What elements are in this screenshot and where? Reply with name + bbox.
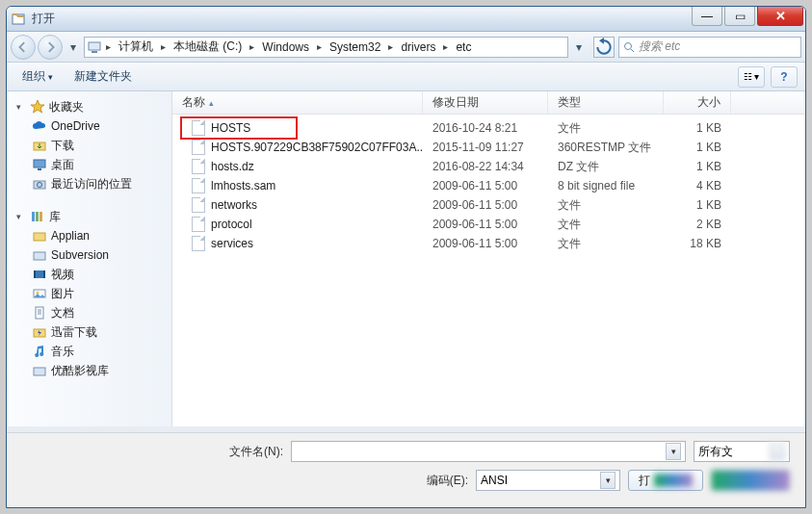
chevron-right-icon: ▸ — [104, 41, 113, 52]
sidebar: ▾ 收藏夹 OneDrive 下载 桌面 最近访问的位置 — [7, 91, 172, 426]
sidebar-favorites-header[interactable]: ▾ 收藏夹 — [7, 97, 171, 116]
chevron-down-icon[interactable]: ▾ — [600, 472, 616, 489]
svg-rect-2 — [92, 51, 97, 53]
sidebar-item-subversion[interactable]: Subversion — [7, 245, 171, 265]
sidebar-item-downloads[interactable]: 下载 — [7, 136, 171, 155]
sidebar-item-videos[interactable]: 视频 — [7, 265, 171, 284]
app-icon — [11, 12, 26, 27]
column-date[interactable]: 修改日期 — [423, 91, 548, 114]
svg-rect-5 — [34, 160, 45, 167]
file-icon — [192, 217, 205, 232]
svg-rect-19 — [36, 307, 43, 319]
search-icon — [623, 41, 635, 53]
svg-rect-11 — [39, 212, 42, 221]
svg-rect-21 — [34, 368, 45, 375]
breadcrumb-segment[interactable]: Windows — [256, 38, 315, 57]
column-name[interactable]: 名称▴ — [172, 91, 423, 114]
svg-rect-16 — [43, 270, 45, 278]
sidebar-item-recent[interactable]: 最近访问的位置 — [7, 174, 171, 193]
sidebar-item-applian[interactable]: Applian — [7, 226, 171, 245]
file-list-pane: 名称▴ 修改日期 类型 大小 HOSTS2016-10-24 8:21文件1 K… — [172, 91, 805, 426]
encoding-select[interactable]: ANSI▾ — [476, 470, 620, 491]
forward-button[interactable] — [38, 35, 63, 60]
svg-rect-12 — [34, 233, 45, 241]
file-rows: HOSTS2016-10-24 8:21文件1 KB HOSTS.907229C… — [172, 115, 805, 426]
folder-icon — [32, 228, 47, 244]
cloud-icon — [32, 118, 47, 134]
star-icon — [30, 99, 45, 115]
filetype-select[interactable]: 所有文 — [694, 441, 790, 462]
youku-icon — [32, 363, 47, 378]
svg-point-3 — [625, 42, 632, 49]
file-icon — [192, 178, 205, 193]
minimize-button[interactable]: — — [692, 7, 722, 26]
thunder-icon — [32, 324, 47, 340]
svg-rect-15 — [34, 270, 36, 278]
column-size[interactable]: 大小 — [664, 91, 731, 114]
breadcrumb-segment[interactable]: 计算机 — [113, 38, 159, 57]
refresh-button[interactable] — [593, 37, 615, 58]
svg-rect-10 — [36, 212, 39, 221]
file-row[interactable]: HOSTS.907229CB38F75902C07FF03A...2015-11… — [172, 138, 805, 157]
file-row[interactable]: networks2009-06-11 5:00文件1 KB — [172, 195, 805, 215]
download-icon — [32, 138, 47, 153]
navigation-row: ▾ ▸ 计算机▸ 本地磁盘 (C:)▸ Windows▸ System32▸ d… — [7, 32, 805, 63]
help-button[interactable]: ? — [771, 66, 798, 88]
organize-menu[interactable]: 组织 ▾ — [14, 65, 61, 88]
picture-icon — [32, 286, 47, 301]
svg-rect-9 — [32, 212, 35, 221]
file-icon — [192, 197, 205, 213]
breadcrumb[interactable]: ▸ 计算机▸ 本地磁盘 (C:)▸ Windows▸ System32▸ dri… — [84, 37, 568, 58]
maximize-button[interactable]: ▭ — [724, 7, 755, 26]
search-input[interactable]: 搜索 etc — [618, 37, 801, 58]
sidebar-item-onedrive[interactable]: OneDrive — [7, 116, 171, 136]
chevron-down-icon: ▾ — [16, 212, 26, 221]
filename-label: 文件名(N): — [229, 444, 283, 460]
breadcrumb-segment[interactable]: etc — [450, 38, 477, 57]
sidebar-libraries-header[interactable]: ▾ 库 — [7, 207, 171, 226]
view-options-button[interactable]: ☷ ▾ — [738, 66, 765, 88]
column-headers: 名称▴ 修改日期 类型 大小 — [172, 91, 805, 115]
svg-rect-1 — [89, 42, 100, 50]
chevron-down-icon: ▾ — [16, 102, 26, 112]
file-icon — [192, 159, 205, 174]
filename-input[interactable]: ▾ — [291, 441, 686, 462]
svg-rect-6 — [38, 168, 41, 170]
libraries-icon — [30, 209, 45, 224]
computer-icon — [87, 39, 102, 55]
search-placeholder: 搜索 etc — [639, 39, 680, 55]
open-dialog: 打开 — ▭ ✕ ▾ ▸ 计算机▸ 本地磁盘 (C:)▸ Windows▸ Sy… — [6, 6, 806, 508]
cancel-button[interactable] — [711, 470, 790, 491]
new-folder-button[interactable]: 新建文件夹 — [66, 65, 140, 88]
chevron-down-icon[interactable]: ▾ — [666, 443, 681, 460]
close-button[interactable]: ✕ — [757, 7, 803, 26]
open-button[interactable]: 打 — [628, 470, 703, 491]
breadcrumb-dropdown[interactable]: ▾ — [572, 35, 586, 60]
sidebar-item-desktop[interactable]: 桌面 — [7, 155, 171, 174]
file-row[interactable]: HOSTS2016-10-24 8:21文件1 KB — [172, 118, 805, 138]
breadcrumb-segment[interactable]: drivers — [395, 38, 441, 57]
sidebar-item-documents[interactable]: 文档 — [7, 303, 171, 322]
file-row[interactable]: services2009-06-11 5:00文件18 KB — [172, 234, 805, 253]
file-icon — [192, 140, 205, 155]
column-type[interactable]: 类型 — [548, 91, 664, 114]
document-icon — [32, 305, 47, 321]
svn-icon — [32, 247, 47, 263]
window-title: 打开 — [32, 11, 55, 27]
sidebar-item-pictures[interactable]: 图片 — [7, 284, 171, 303]
back-button[interactable] — [11, 35, 36, 60]
breadcrumb-segment[interactable]: 本地磁盘 (C:) — [168, 38, 248, 57]
titlebar[interactable]: 打开 — ▭ ✕ — [7, 7, 805, 32]
video-icon — [32, 267, 47, 282]
sidebar-item-music[interactable]: 音乐 — [7, 342, 171, 361]
bottom-bar: 文件名(N): ▾ 所有文 编码(E): ANSI▾ 打 — [7, 432, 805, 507]
desktop-icon — [32, 157, 47, 172]
breadcrumb-segment[interactable]: System32 — [324, 38, 386, 57]
history-dropdown[interactable]: ▾ — [66, 35, 80, 60]
file-row[interactable]: hosts.dz2016-08-22 14:34DZ 文件1 KB — [172, 157, 805, 176]
sidebar-item-youku[interactable]: 优酷影视库 — [7, 361, 171, 380]
file-icon — [192, 236, 205, 251]
file-row[interactable]: protocol2009-06-11 5:00文件2 KB — [172, 215, 805, 234]
file-row[interactable]: lmhosts.sam2009-06-11 5:008 bit signed f… — [172, 176, 805, 195]
sidebar-item-thunder[interactable]: 迅雷下载 — [7, 322, 171, 342]
